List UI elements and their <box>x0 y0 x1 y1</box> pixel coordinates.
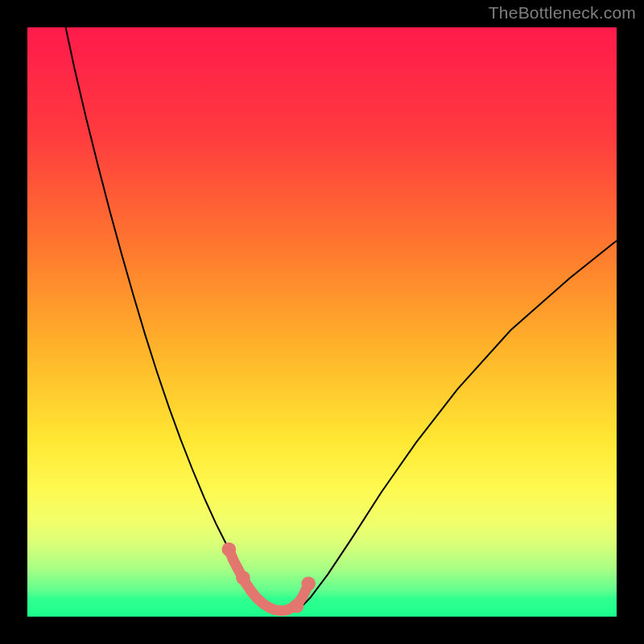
dot-left-lower <box>236 571 250 585</box>
dot-left-upper <box>222 543 237 557</box>
watermark-text: TheBottleneck.com <box>489 3 636 23</box>
plot-area <box>27 27 617 617</box>
dot-right-upper <box>301 576 316 591</box>
plot-svg <box>27 27 617 617</box>
chart-frame: TheBottleneck.com <box>0 0 644 644</box>
gradient-background <box>27 27 617 617</box>
dot-right-lower <box>290 599 304 613</box>
